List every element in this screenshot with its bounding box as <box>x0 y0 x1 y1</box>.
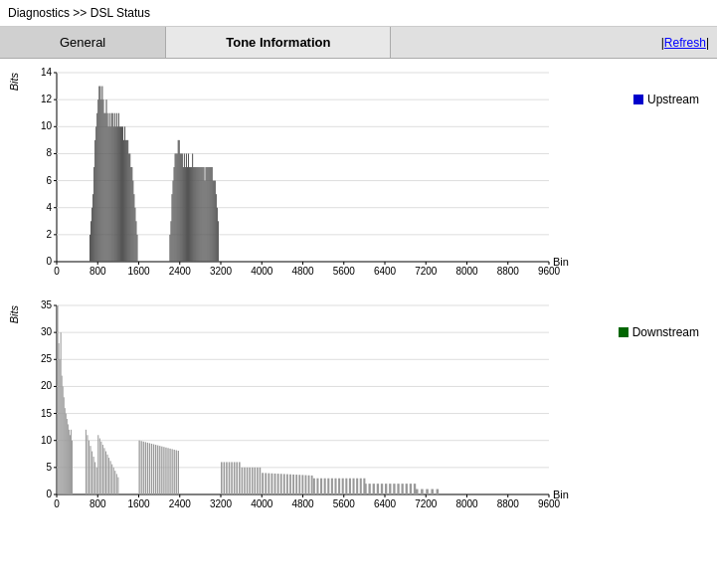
downstream-legend-label: Downstream <box>632 325 699 339</box>
upstream-legend-box <box>633 95 643 104</box>
upstream-y-label: Bits <box>8 73 20 91</box>
downstream-y-label: Bits <box>8 305 20 323</box>
charts-container: Bits Upstream Bits Downstream <box>0 59 717 532</box>
breadcrumb: Diagnostics >> DSL Status <box>0 0 717 27</box>
refresh-area: | Refresh | <box>653 27 717 58</box>
tab-tone-information[interactable]: Tone Information <box>166 27 391 58</box>
downstream-legend-box <box>619 327 628 337</box>
upstream-legend: Upstream <box>633 93 699 106</box>
upstream-legend-label: Upstream <box>647 93 699 106</box>
downstream-chart-area: Downstream <box>22 295 709 524</box>
downstream-chart-section: Bits Downstream <box>8 295 709 524</box>
refresh-button[interactable]: Refresh <box>664 36 706 50</box>
upstream-chart-area: Upstream <box>22 63 709 292</box>
tab-bar: General Tone Information | Refresh | <box>0 27 717 59</box>
upstream-chart-section: Bits Upstream <box>8 63 709 292</box>
tab-general[interactable]: General <box>0 27 166 58</box>
downstream-legend: Downstream <box>619 325 699 339</box>
